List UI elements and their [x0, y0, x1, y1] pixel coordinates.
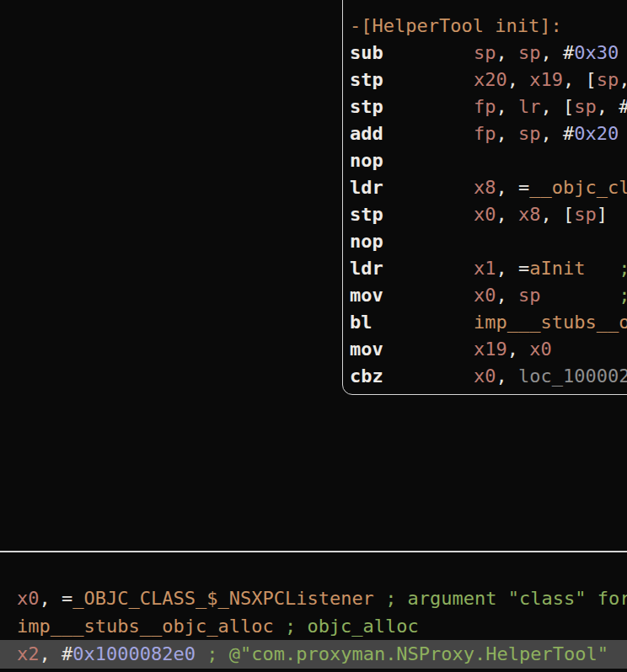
asm-token-txt: , [496, 123, 519, 144]
asm-token-reg: x0 [529, 339, 552, 360]
asm-line[interactable]: nop [350, 147, 627, 174]
asm-token-txt [585, 258, 619, 279]
asm-line[interactable]: nop [350, 228, 627, 255]
asm-line[interactable]: x0, =_OBJC_CLASS_$_NSXPCListener ; argum… [17, 584, 627, 612]
asm-line[interactable]: ldrx1, =aInit ; [350, 255, 627, 282]
asm-token-reg: sp [518, 285, 541, 306]
asm-token-txt: = [62, 588, 72, 609]
asm-token-txt: , [40, 588, 62, 609]
asm-token-sym: aInit [529, 258, 585, 279]
disassembly-popup: -[HelperTool init]:subsp, sp, #0x30stpx2… [342, 0, 627, 395]
popup-code-listing: -[HelperTool init]:subsp, sp, #0x30stpx2… [350, 13, 627, 390]
asm-token-txt: # [563, 42, 574, 63]
asm-token-txt [274, 616, 285, 637]
asm-mnemonic: cbz [350, 363, 474, 390]
asm-token-txt: , [507, 339, 530, 360]
asm-token-txt: , [496, 258, 519, 279]
asm-token-txt: # [563, 123, 574, 144]
asm-line[interactable]: stpx0, x8, [sp] [350, 201, 627, 228]
asm-token-reg: lr [518, 96, 541, 117]
asm-line[interactable]: blimp___stubs__o [350, 309, 627, 336]
asm-token-com: ; [619, 285, 627, 306]
asm-token-txt: , [ [541, 204, 575, 225]
asm-token-reg: x8 [474, 177, 496, 198]
asm-token-txt: # [62, 643, 72, 664]
asm-line[interactable]: addfp, sp, #0x20 [350, 120, 627, 147]
asm-token-reg: sp [597, 69, 619, 90]
asm-mnemonic: nop [350, 147, 474, 174]
asm-token-txt: , [496, 365, 519, 387]
asm-token-txt: , [496, 96, 519, 117]
asm-token-reg: x2 [17, 643, 40, 664]
asm-line[interactable]: stpx20, x19, [sp, [350, 67, 627, 93]
asm-token-txt: , [496, 177, 519, 198]
asm-token-txt: , [496, 204, 519, 225]
asm-token-reg: sp [518, 42, 541, 63]
asm-mnemonic: ldr [350, 174, 474, 201]
section-divider [0, 551, 627, 552]
asm-token-txt: = [518, 258, 529, 279]
asm-mnemonic: stp [350, 201, 474, 228]
asm-line[interactable]: movx0, sp ; [350, 282, 627, 309]
asm-line[interactable]: movx19, x0 [350, 336, 627, 363]
asm-token-reg: fp [474, 96, 496, 117]
asm-token-txt [196, 643, 206, 664]
asm-token-txt: , [496, 285, 519, 306]
asm-token-reg: x0 [474, 204, 496, 225]
asm-token-txt [374, 588, 385, 609]
asm-mnemonic: stp [350, 93, 474, 120]
asm-line[interactable]: stpfp, lr, [sp, # [350, 93, 627, 120]
asm-line[interactable]: cbzx0, loc_100002 [350, 363, 627, 390]
asm-token-txt: , [619, 69, 627, 90]
asm-line[interactable]: imp___stubs__objc_alloc ; objc_alloc [17, 612, 627, 640]
asm-mnemonic: bl [350, 309, 474, 336]
asm-mnemonic: sub [350, 40, 474, 67]
asm-token-sym: -[HelperTool init]: [350, 15, 562, 36]
asm-token-sym: __objc_cl [529, 177, 627, 198]
asm-mnemonic: add [350, 120, 474, 147]
asm-mnemonic: stp [350, 67, 474, 93]
disassembler-window: -[HelperTool init]:subsp, sp, #0x30stpx2… [0, 0, 627, 672]
asm-token-txt: , [ [541, 96, 575, 117]
asm-token-sym: imp___stubs__objc_alloc [17, 616, 274, 637]
asm-line[interactable]: x2, #0x1000082e0 ; @"com.proxyman.NSProx… [17, 640, 627, 668]
asm-line[interactable]: subsp, sp, #0x30 [350, 40, 627, 67]
asm-token-imm: 0x1000082e0 [72, 643, 196, 664]
asm-token-reg: x8 [518, 204, 541, 225]
asm-token-txt: = [518, 177, 529, 198]
asm-token-com: ; argument "class" for [385, 588, 627, 609]
asm-mnemonic: nop [350, 228, 474, 255]
asm-token-imm: 0x30 [574, 42, 619, 63]
asm-token-lbl: loc_100002 [518, 365, 627, 387]
asm-token-txt: , [ [563, 69, 597, 90]
asm-token-reg: x19 [529, 69, 563, 90]
asm-token-reg: x0 [474, 285, 496, 306]
asm-token-sym: imp___stubs__o [474, 312, 627, 333]
asm-token-txt: # [619, 96, 627, 117]
asm-mnemonic: ldr [350, 255, 474, 282]
asm-token-txt: , [496, 42, 519, 63]
asm-token-reg: x1 [474, 258, 496, 279]
asm-token-txt: , [597, 96, 619, 117]
asm-token-txt: , [541, 123, 564, 144]
asm-token-reg: sp [574, 96, 597, 117]
asm-token-reg: x0 [474, 365, 496, 387]
asm-token-imm: 0x20 [574, 123, 619, 144]
asm-token-reg: x0 [17, 588, 40, 609]
asm-token-reg: sp [518, 123, 541, 144]
asm-line[interactable]: ldrx8, =__objc_cl [350, 174, 627, 201]
asm-mnemonic: mov [350, 336, 474, 363]
asm-token-com: ; @"com.proxyman.NSProxy.HelperTool" [206, 643, 608, 664]
asm-token-com: ; objc_alloc [285, 616, 419, 637]
asm-token-txt: , [507, 69, 530, 90]
asm-token-reg: x20 [474, 69, 507, 90]
asm-token-txt: , [40, 643, 62, 664]
asm-line[interactable]: -[HelperTool init]: [350, 13, 627, 40]
asm-token-txt: , [541, 42, 564, 63]
asm-token-sym: _OBJC_CLASS_$_NSXPCListener [72, 588, 374, 609]
asm-token-reg: fp [474, 123, 496, 144]
asm-token-txt [541, 285, 619, 306]
main-code-listing: x0, =_OBJC_CLASS_$_NSXPCListener ; argum… [17, 584, 627, 668]
asm-token-com: ; [619, 258, 627, 279]
asm-token-reg: sp [474, 42, 496, 63]
